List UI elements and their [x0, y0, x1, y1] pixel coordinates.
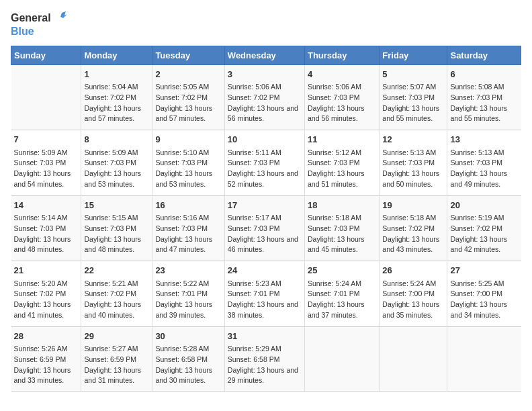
calendar-cell: 25Sunrise: 5:24 AMSunset: 7:01 PMDayligh… — [304, 261, 379, 327]
day-info: Sunrise: 5:17 AMSunset: 7:03 PMDaylight:… — [228, 213, 302, 255]
day-info: Sunrise: 5:13 AMSunset: 7:03 PMDaylight:… — [382, 148, 444, 190]
calendar-cell: 30Sunrise: 5:28 AMSunset: 6:58 PMDayligh… — [152, 326, 224, 392]
week-row-4: 21Sunrise: 5:20 AMSunset: 7:02 PMDayligh… — [11, 261, 521, 327]
day-info: Sunrise: 5:09 AMSunset: 7:03 PMDaylight:… — [14, 148, 79, 190]
day-info: Sunrise: 5:28 AMSunset: 6:58 PMDaylight:… — [155, 344, 221, 386]
week-row-3: 14Sunrise: 5:14 AMSunset: 7:03 PMDayligh… — [11, 195, 521, 261]
calendar-cell: 18Sunrise: 5:18 AMSunset: 7:03 PMDayligh… — [304, 195, 379, 261]
day-info: Sunrise: 5:23 AMSunset: 7:01 PMDaylight:… — [228, 279, 302, 321]
day-info: Sunrise: 5:22 AMSunset: 7:01 PMDaylight:… — [155, 279, 221, 321]
logo-general-text: General — [11, 12, 51, 24]
week-row-2: 7Sunrise: 5:09 AMSunset: 7:03 PMDaylight… — [11, 130, 521, 196]
day-info: Sunrise: 5:05 AMSunset: 7:02 PMDaylight:… — [155, 82, 221, 124]
day-info: Sunrise: 5:27 AMSunset: 6:59 PMDaylight:… — [84, 344, 149, 386]
logo-blue-text: Blue — [11, 26, 67, 38]
header-day-monday: Monday — [81, 46, 152, 64]
day-info: Sunrise: 5:20 AMSunset: 7:02 PMDaylight:… — [14, 279, 79, 321]
day-number: 20 — [450, 199, 518, 212]
day-number: 21 — [14, 264, 79, 277]
logo-container: General Blue — [11, 11, 67, 38]
day-number: 13 — [450, 133, 518, 146]
day-number: 28 — [14, 330, 79, 343]
calendar-cell: 17Sunrise: 5:17 AMSunset: 7:03 PMDayligh… — [224, 195, 304, 261]
calendar-cell — [304, 326, 379, 392]
day-number: 26 — [382, 264, 444, 277]
day-info: Sunrise: 5:24 AMSunset: 7:01 PMDaylight:… — [308, 279, 376, 321]
day-number: 29 — [84, 330, 149, 343]
day-number: 1 — [84, 68, 149, 81]
calendar-cell: 14Sunrise: 5:14 AMSunset: 7:03 PMDayligh… — [11, 195, 81, 261]
day-info: Sunrise: 5:07 AMSunset: 7:03 PMDaylight:… — [382, 82, 444, 124]
calendar-cell: 19Sunrise: 5:18 AMSunset: 7:02 PMDayligh… — [380, 195, 447, 261]
day-info: Sunrise: 5:11 AMSunset: 7:03 PMDaylight:… — [228, 148, 302, 190]
day-number: 4 — [308, 68, 376, 81]
header-day-wednesday: Wednesday — [224, 46, 304, 64]
day-number: 23 — [155, 264, 221, 277]
calendar-cell: 26Sunrise: 5:24 AMSunset: 7:00 PMDayligh… — [380, 261, 447, 327]
calendar-cell: 23Sunrise: 5:22 AMSunset: 7:01 PMDayligh… — [152, 261, 224, 327]
calendar-cell: 20Sunrise: 5:19 AMSunset: 7:02 PMDayligh… — [447, 195, 521, 261]
day-info: Sunrise: 5:14 AMSunset: 7:03 PMDaylight:… — [14, 213, 79, 255]
day-number: 16 — [155, 199, 221, 212]
day-info: Sunrise: 5:04 AMSunset: 7:02 PMDaylight:… — [84, 82, 149, 124]
calendar-cell: 11Sunrise: 5:12 AMSunset: 7:03 PMDayligh… — [304, 130, 379, 196]
calendar-cell: 4Sunrise: 5:06 AMSunset: 7:03 PMDaylight… — [304, 64, 379, 130]
day-number: 11 — [308, 133, 376, 146]
day-number: 5 — [382, 68, 444, 81]
day-info: Sunrise: 5:09 AMSunset: 7:03 PMDaylight:… — [84, 148, 149, 190]
calendar-cell: 12Sunrise: 5:13 AMSunset: 7:03 PMDayligh… — [380, 130, 447, 196]
logo-bird-icon — [52, 11, 67, 26]
day-number: 18 — [308, 199, 376, 212]
calendar-cell: 24Sunrise: 5:23 AMSunset: 7:01 PMDayligh… — [224, 261, 304, 327]
header-day-tuesday: Tuesday — [152, 46, 224, 64]
calendar-cell: 3Sunrise: 5:06 AMSunset: 7:02 PMDaylight… — [224, 64, 304, 130]
day-info: Sunrise: 5:19 AMSunset: 7:02 PMDaylight:… — [450, 213, 518, 255]
day-number: 3 — [228, 68, 302, 81]
day-info: Sunrise: 5:12 AMSunset: 7:03 PMDaylight:… — [308, 148, 376, 190]
day-number: 7 — [14, 133, 79, 146]
calendar-cell: 1Sunrise: 5:04 AMSunset: 7:02 PMDaylight… — [81, 64, 152, 130]
day-info: Sunrise: 5:15 AMSunset: 7:03 PMDaylight:… — [84, 213, 149, 255]
day-number: 10 — [228, 133, 302, 146]
week-row-5: 28Sunrise: 5:26 AMSunset: 6:59 PMDayligh… — [11, 326, 521, 392]
header-day-saturday: Saturday — [447, 46, 521, 64]
calendar-cell: 7Sunrise: 5:09 AMSunset: 7:03 PMDaylight… — [11, 130, 81, 196]
day-info: Sunrise: 5:25 AMSunset: 7:00 PMDaylight:… — [450, 279, 518, 321]
day-number: 22 — [84, 264, 149, 277]
day-number: 24 — [228, 264, 302, 277]
logo: General Blue — [11, 11, 67, 38]
day-info: Sunrise: 5:21 AMSunset: 7:02 PMDaylight:… — [84, 279, 149, 321]
day-info: Sunrise: 5:26 AMSunset: 6:59 PMDaylight:… — [14, 344, 79, 386]
calendar-cell: 31Sunrise: 5:29 AMSunset: 6:58 PMDayligh… — [224, 326, 304, 392]
calendar-cell: 5Sunrise: 5:07 AMSunset: 7:03 PMDaylight… — [380, 64, 447, 130]
calendar-cell: 29Sunrise: 5:27 AMSunset: 6:59 PMDayligh… — [81, 326, 152, 392]
calendar-cell: 21Sunrise: 5:20 AMSunset: 7:02 PMDayligh… — [11, 261, 81, 327]
day-number: 6 — [450, 68, 518, 81]
week-row-1: 1Sunrise: 5:04 AMSunset: 7:02 PMDaylight… — [11, 64, 521, 130]
calendar-cell: 8Sunrise: 5:09 AMSunset: 7:03 PMDaylight… — [81, 130, 152, 196]
calendar-cell — [380, 326, 447, 392]
day-number: 25 — [308, 264, 376, 277]
calendar-cell: 22Sunrise: 5:21 AMSunset: 7:02 PMDayligh… — [81, 261, 152, 327]
calendar-table: SundayMondayTuesdayWednesdayThursdayFrid… — [11, 46, 521, 393]
calendar-cell — [11, 64, 81, 130]
calendar-cell: 28Sunrise: 5:26 AMSunset: 6:59 PMDayligh… — [11, 326, 81, 392]
day-info: Sunrise: 5:18 AMSunset: 7:03 PMDaylight:… — [308, 213, 376, 255]
header-day-thursday: Thursday — [304, 46, 379, 64]
day-number: 12 — [382, 133, 444, 146]
day-number: 14 — [14, 199, 79, 212]
calendar-cell — [447, 326, 521, 392]
day-info: Sunrise: 5:16 AMSunset: 7:03 PMDaylight:… — [155, 213, 221, 255]
day-number: 8 — [84, 133, 149, 146]
day-number: 2 — [155, 68, 221, 81]
day-number: 17 — [228, 199, 302, 212]
calendar-cell: 15Sunrise: 5:15 AMSunset: 7:03 PMDayligh… — [81, 195, 152, 261]
day-info: Sunrise: 5:29 AMSunset: 6:58 PMDaylight:… — [228, 344, 302, 386]
calendar-cell: 9Sunrise: 5:10 AMSunset: 7:03 PMDaylight… — [152, 130, 224, 196]
day-info: Sunrise: 5:10 AMSunset: 7:03 PMDaylight:… — [155, 148, 221, 190]
svg-marker-0 — [60, 11, 67, 18]
day-info: Sunrise: 5:06 AMSunset: 7:03 PMDaylight:… — [308, 82, 376, 124]
day-info: Sunrise: 5:13 AMSunset: 7:03 PMDaylight:… — [450, 148, 518, 190]
header-day-sunday: Sunday — [11, 46, 81, 64]
day-number: 15 — [84, 199, 149, 212]
